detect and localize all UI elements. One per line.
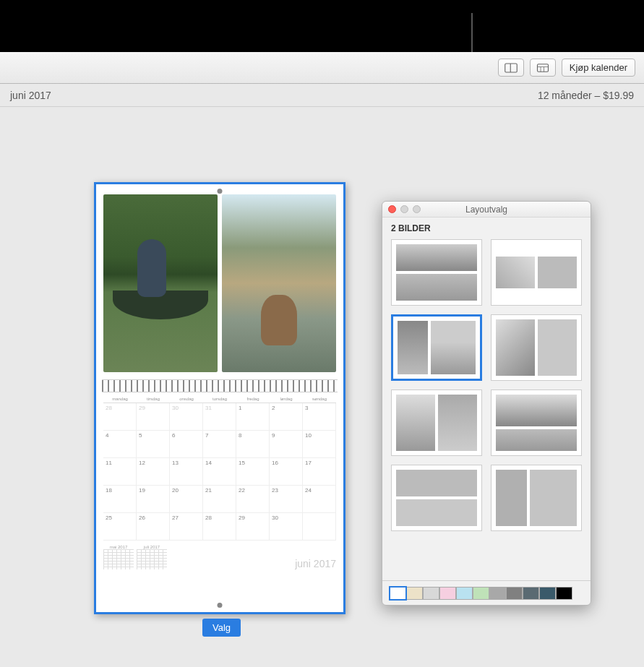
photo-row [96,184,343,378]
close-icon[interactable] [388,205,396,213]
calendar-day-cell[interactable]: 29 [137,403,170,431]
calendar-grid: mandagtirsdagonsdagtorsdagfredaglørdagsø… [96,394,343,545]
calendar-day-cell[interactable]: 1 [236,403,270,431]
weekday-label: tirsdag [137,397,170,401]
callout-line-icon [471,13,473,52]
color-swatch[interactable] [489,587,506,600]
calendar-day-cell[interactable]: 18 [103,486,137,513]
weekday-label: søndag [303,397,336,401]
calendar-footer: mai 2017 juli 2017 juni 2017 [96,545,343,574]
layout-thumb[interactable] [491,390,582,456]
calendar-day-cell[interactable]: 4 [103,431,137,458]
layout-thumb[interactable] [391,314,482,381]
calendar-day-cell[interactable]: 26 [137,513,170,541]
svg-rect-2 [537,64,548,72]
color-swatch[interactable] [456,587,473,600]
spiral-binding-icon [102,379,338,392]
color-swatch[interactable] [539,587,556,600]
color-swatch[interactable] [439,587,456,600]
calendar-page[interactable]: mandagtirsdagonsdagtorsdagfredaglørdagsø… [94,182,345,614]
calendar-day-cell[interactable]: 10 [303,431,336,458]
calendar-day-cell[interactable]: 16 [270,458,303,486]
popover-title: Layoutvalg [465,205,507,215]
weekday-label: torsdag [203,397,236,401]
calendar-day-cell[interactable]: 6 [170,431,203,458]
minimize-icon [400,205,408,213]
calendar-day-cell[interactable]: 12 [137,458,170,486]
calendar-day-cell[interactable]: 30 [170,403,203,431]
calendar-day-cell[interactable]: 7 [203,431,236,458]
weekday-label: onsdag [170,397,203,401]
color-swatch[interactable] [390,587,406,600]
layout-thumb[interactable] [391,239,482,306]
calendar-day-cell[interactable]: 3 [303,403,336,431]
color-swatch[interactable] [506,587,523,600]
mini-cal-prev: mai 2017 [103,545,134,569]
color-swatch[interactable] [556,587,572,600]
calendar-day-cell[interactable]: 21 [203,486,236,513]
calendar-day-cell[interactable]: 2 [270,403,303,431]
calendar-day-cell[interactable]: 25 [103,513,137,541]
calendar-day-cell[interactable]: 27 [170,513,203,541]
layout-section-label: 2 BILDER [382,218,591,239]
zoom-icon [413,205,421,213]
hole-punch-icon [218,189,223,194]
photo-slot-2[interactable] [222,194,336,372]
calendar-day-cell[interactable]: 31 [203,403,236,431]
mini-cal-next: juli 2017 [137,545,167,569]
calendar-day-cell[interactable]: 9 [270,431,303,458]
sidebar-icon [505,63,518,73]
editor-canvas: mandagtirsdagonsdagtorsdagfredaglørdagsø… [0,107,644,667]
calendar-day-cell[interactable]: 28 [103,403,137,431]
calendar-day-cell[interactable]: 19 [137,486,170,513]
info-bar: juni 2017 12 måneder – $19.99 [0,84,644,107]
weekday-label: lørdag [270,397,303,401]
calendar-day-cell[interactable]: 30 [270,513,303,541]
calendar-day-cell[interactable]: 11 [103,458,137,486]
calendar-day-cell[interactable]: 8 [236,431,270,458]
hole-punch-icon [218,603,223,608]
color-swatch[interactable] [523,587,539,600]
calendar-day-cell[interactable] [303,513,336,541]
callout-area [0,0,644,52]
calendar-grid-icon [536,63,549,73]
calendar-day-cell[interactable]: 23 [270,486,303,513]
footer-month-label: juni 2017 [295,558,336,569]
layout-thumb[interactable] [491,465,582,531]
traffic-lights [388,205,421,213]
svg-rect-0 [505,64,518,72]
options-button[interactable]: Valg [202,619,241,637]
layout-options-popover: Layoutvalg 2 BILDER [382,201,591,606]
calendar-day-cell[interactable]: 29 [236,513,270,541]
calendar-day-cell[interactable]: 20 [170,486,203,513]
layout-scroll[interactable] [382,239,591,580]
layout-thumb[interactable] [491,239,582,306]
current-month-label: juni 2017 [10,90,51,101]
calendar-day-cell[interactable]: 28 [203,513,236,541]
photo-slot-1[interactable] [103,194,218,372]
calendar-day-cell[interactable]: 22 [236,486,270,513]
color-swatch-row [382,580,591,605]
calendar-day-cell[interactable]: 13 [170,458,203,486]
layout-thumb[interactable] [491,314,582,381]
layout-thumb[interactable] [391,390,482,456]
price-label: 12 måneder – $19.99 [538,90,634,101]
calendar-day-cell[interactable]: 15 [236,458,270,486]
calendar-day-cell[interactable]: 17 [303,458,336,486]
weekday-label: mandag [103,397,137,401]
weekday-label: fredag [236,397,270,401]
buy-calendar-button[interactable]: Kjøp kalender [562,59,635,77]
calendar-day-cell[interactable]: 14 [203,458,236,486]
calendar-day-cell[interactable]: 5 [137,431,170,458]
layout-toggle-button[interactable] [498,59,524,77]
layout-thumb[interactable] [391,465,482,531]
color-swatch[interactable] [423,587,439,600]
calendar-day-cell[interactable]: 24 [303,486,336,513]
color-swatch[interactable] [473,587,489,600]
toolbar: Kjøp kalender [0,52,644,84]
popover-titlebar: Layoutvalg [382,202,591,218]
color-swatch[interactable] [406,587,423,600]
pages-button[interactable] [530,59,556,77]
